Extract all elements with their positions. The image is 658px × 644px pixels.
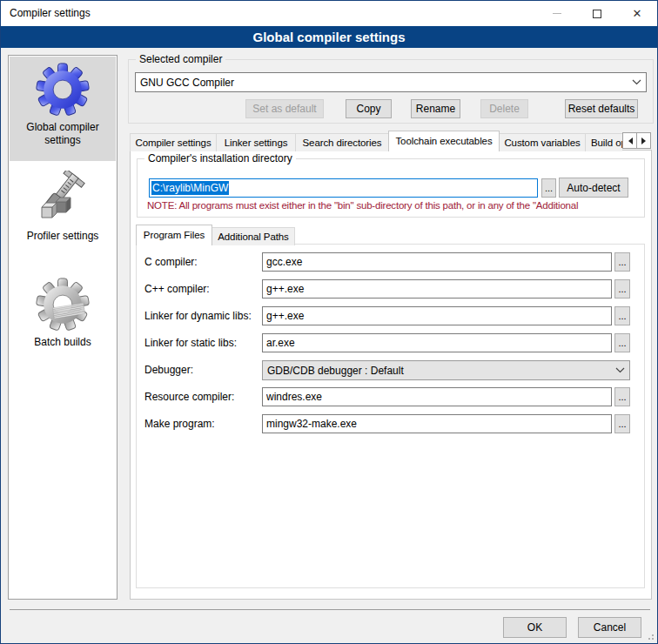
sidebar-item-batch-builds[interactable]: Batch builds bbox=[10, 272, 116, 372]
subtab-program-files[interactable]: Program Files bbox=[136, 225, 212, 245]
sidebar-item-profiler-settings[interactable]: Profiler settings bbox=[10, 165, 116, 266]
page-title: Global compiler settings bbox=[1, 26, 657, 48]
make-program-input[interactable] bbox=[262, 414, 612, 433]
compiler-select-value: GNU GCC Compiler bbox=[136, 77, 627, 89]
compiler-settings-window: Compiler settings ✕ Global compiler sett… bbox=[0, 0, 658, 644]
field-label: Debugger: bbox=[144, 360, 193, 379]
tab-search-directories[interactable]: Search directories bbox=[295, 133, 389, 151]
field-label: C++ compiler: bbox=[144, 279, 210, 299]
browse-dynamic-linker-button[interactable]: ... bbox=[614, 306, 630, 325]
tab-custom-variables[interactable]: Custom variables bbox=[499, 133, 586, 151]
sidebar: Global compiler settings bbox=[8, 55, 118, 600]
minimize-icon bbox=[553, 13, 561, 14]
field-label: Resource compiler: bbox=[144, 387, 234, 406]
installation-directory-group-label: Compiler's installation directory bbox=[144, 152, 296, 164]
resize-grip[interactable] bbox=[646, 632, 655, 641]
delete-button[interactable]: Delete bbox=[480, 99, 528, 118]
right-arrow-icon bbox=[641, 138, 649, 144]
browse-c-compiler-button[interactable]: ... bbox=[614, 252, 630, 272]
resource-compiler-input[interactable] bbox=[262, 387, 612, 406]
selected-compiler-group: Selected compiler GNU GCC Compiler Set a… bbox=[128, 59, 654, 124]
compiler-tabs: Compiler settings Linker settings Search… bbox=[130, 131, 622, 151]
installation-directory-value: C:\raylib\MinGW bbox=[151, 181, 229, 195]
reset-defaults-button[interactable]: Reset defaults bbox=[565, 99, 638, 118]
browse-static-linker-button[interactable]: ... bbox=[614, 333, 630, 352]
browse-resource-compiler-button[interactable]: ... bbox=[614, 387, 630, 406]
tab-scroll-left-button[interactable] bbox=[622, 132, 637, 149]
close-icon: ✕ bbox=[633, 8, 642, 19]
browse-make-program-button[interactable]: ... bbox=[614, 414, 630, 433]
field-row-make-program: Make program: ... bbox=[144, 414, 647, 434]
maximize-icon bbox=[593, 10, 601, 18]
sidebar-item-label: Profiler settings bbox=[10, 230, 116, 243]
program-subtabs: Program Files Additional Paths bbox=[136, 225, 397, 245]
field-row-cpp-compiler: C++ compiler: ... bbox=[144, 279, 647, 299]
note-text: NOTE: All programs must exist either in … bbox=[147, 200, 643, 211]
blue-gear-icon bbox=[35, 62, 91, 117]
close-button[interactable]: ✕ bbox=[617, 1, 657, 26]
window-title: Compiler settings bbox=[10, 1, 91, 26]
field-row-static-linker: Linker for static libs: ... bbox=[144, 333, 647, 353]
title-bar: Compiler settings ✕ bbox=[1, 1, 657, 26]
caption-buttons: ✕ bbox=[537, 1, 657, 26]
sidebar-item-label: Batch builds bbox=[10, 336, 116, 349]
field-label: Make program: bbox=[144, 414, 215, 433]
maximize-button[interactable] bbox=[577, 1, 617, 26]
field-label: C compiler: bbox=[144, 252, 198, 272]
footer-divider bbox=[10, 609, 650, 610]
chevron-down-icon bbox=[627, 79, 646, 85]
field-row-dynamic-linker: Linker for dynamic libs: ... bbox=[144, 306, 647, 326]
static-linker-input[interactable] bbox=[262, 333, 612, 352]
c-compiler-input[interactable] bbox=[262, 252, 612, 272]
debugger-select[interactable]: GDB/CDB debugger : Default bbox=[262, 360, 630, 380]
cpp-compiler-input[interactable] bbox=[262, 279, 612, 299]
tab-toolchain-executables[interactable]: Toolchain executables bbox=[388, 131, 500, 151]
dialog-header: Global compiler settings bbox=[1, 26, 657, 48]
compiler-select[interactable]: GNU GCC Compiler bbox=[135, 72, 647, 92]
caliper-icon bbox=[35, 171, 91, 226]
ok-button[interactable]: OK bbox=[503, 617, 567, 638]
sidebar-item-global-compiler-settings[interactable]: Global compiler settings bbox=[10, 57, 116, 161]
set-as-default-button[interactable]: Set as default bbox=[245, 99, 324, 118]
sidebar-item-label: Global compiler settings bbox=[10, 121, 116, 147]
cancel-button[interactable]: Cancel bbox=[578, 617, 641, 638]
dynamic-linker-input[interactable] bbox=[262, 306, 612, 325]
field-label: Linker for dynamic libs: bbox=[144, 306, 252, 325]
gray-gear-stack-icon bbox=[35, 277, 91, 332]
tab-scroll-right-button[interactable] bbox=[636, 132, 651, 149]
left-arrow-icon bbox=[625, 138, 633, 144]
selected-compiler-group-label: Selected compiler bbox=[136, 53, 225, 65]
tab-linker-settings[interactable]: Linker settings bbox=[216, 133, 296, 151]
field-row-debugger: Debugger: GDB/CDB debugger : Default bbox=[144, 360, 647, 380]
field-row-resource-compiler: Resource compiler: ... bbox=[144, 387, 647, 407]
minimize-button[interactable] bbox=[537, 1, 577, 26]
field-row-c-compiler: C compiler: ... bbox=[144, 252, 647, 272]
chevron-down-icon bbox=[610, 367, 629, 373]
browse-cpp-compiler-button[interactable]: ... bbox=[614, 279, 630, 299]
auto-detect-button[interactable]: Auto-detect bbox=[559, 178, 628, 198]
browse-directory-button[interactable]: ... bbox=[541, 178, 556, 198]
tab-build-options[interactable]: Build options bbox=[585, 133, 622, 151]
debugger-select-value: GDB/CDB debugger : Default bbox=[263, 365, 610, 377]
installation-directory-input[interactable]: C:\raylib\MinGW bbox=[149, 178, 538, 198]
rename-button[interactable]: Rename bbox=[411, 99, 460, 118]
copy-button[interactable]: Copy bbox=[346, 99, 392, 118]
tab-compiler-settings[interactable]: Compiler settings bbox=[130, 133, 217, 151]
subtab-additional-paths[interactable]: Additional Paths bbox=[212, 227, 295, 245]
field-label: Linker for static libs: bbox=[144, 333, 237, 352]
